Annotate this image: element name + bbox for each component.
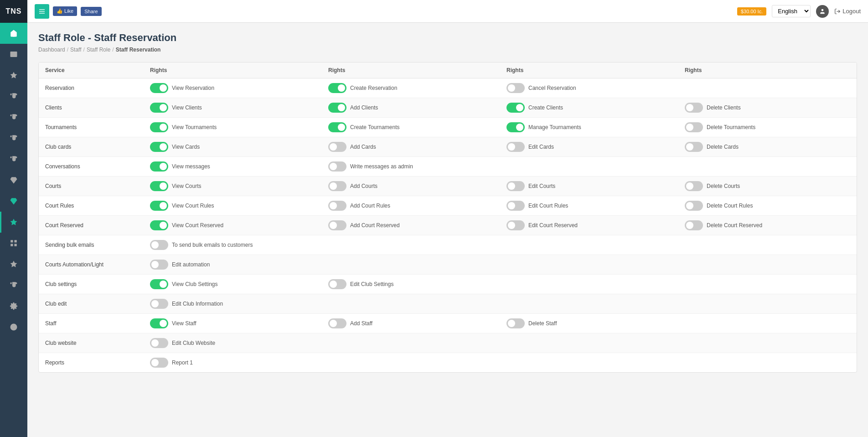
toggle-10-1[interactable] — [328, 279, 346, 289]
toggle-8-0[interactable] — [150, 240, 168, 250]
toggle-3-0[interactable] — [150, 142, 168, 152]
rights-cell-12-3 — [678, 314, 857, 333]
rights-cell-11-2 — [500, 294, 678, 314]
facebook-share-button[interactable]: Share — [81, 7, 101, 16]
toggle-label-7-1: Add Court Reserved — [350, 222, 400, 229]
credit-badge[interactable]: $30.00 Ic. — [737, 7, 766, 16]
toggle-label-3-3: Delete Cards — [707, 144, 739, 150]
toggle-2-0[interactable] — [150, 122, 168, 132]
toggle-1-0[interactable] — [150, 103, 168, 113]
toggle-1-2[interactable] — [506, 103, 525, 113]
toggle-label-14-0: Report 1 — [172, 359, 193, 366]
toggle-4-0[interactable] — [150, 161, 168, 172]
toggle-item-7-3: Delete Court Reserved — [685, 220, 850, 230]
toggle-11-0[interactable] — [150, 299, 168, 309]
sidebar-item-diamond1[interactable] — [0, 170, 27, 191]
toggle-item-2-0: View Tournaments — [150, 122, 315, 132]
sidebar-item-home[interactable] — [0, 23, 27, 44]
toggle-item-11-0: Edit Club Information — [150, 299, 315, 309]
toggle-1-1[interactable] — [328, 103, 346, 113]
sidebar-item-diamond2[interactable] — [0, 191, 27, 212]
rights-cell-10-0: View Club Settings — [144, 275, 322, 294]
facebook-like-button[interactable]: 👍 Like — [53, 6, 77, 16]
toggle-5-1[interactable] — [328, 181, 346, 191]
toggle-label-8-0: To send bulk emails to customers — [172, 242, 253, 248]
toggle-5-0[interactable] — [150, 181, 168, 191]
toggle-label-2-2: Manage Tournaments — [528, 124, 581, 130]
toggle-9-0[interactable] — [150, 260, 168, 270]
toggle-4-1[interactable] — [328, 161, 346, 172]
rights-cell-12-0: View Staff — [144, 314, 322, 333]
sidebar-item-grid[interactable] — [0, 233, 27, 254]
svg-marker-10 — [10, 219, 17, 225]
sidebar-item-settings[interactable] — [0, 296, 27, 317]
service-cell: Reports — [39, 353, 144, 373]
toggle-2-3[interactable] — [685, 122, 703, 132]
toggle-item-7-0: View Court Reserved — [150, 220, 315, 230]
page-title: Staff Role - Staff Reservation — [38, 32, 857, 44]
rights-cell-4-1: Write messages as admin — [322, 157, 500, 177]
toggle-2-1[interactable] — [328, 122, 346, 132]
toggle-13-0[interactable] — [150, 338, 168, 348]
breadcrumb-staff[interactable]: Staff — [70, 47, 81, 53]
toggle-0-2[interactable] — [506, 83, 525, 93]
rights-cell-6-0: View Court Rules — [144, 196, 322, 216]
toggle-12-1[interactable] — [328, 318, 346, 328]
main-area: 👍 Like Share $30.00 Ic. English French S… — [27, 0, 868, 437]
toggle-7-2[interactable] — [506, 220, 525, 230]
toggle-7-3[interactable] — [685, 220, 703, 230]
toggle-12-2[interactable] — [506, 318, 525, 328]
sidebar-item-trophy4[interactable] — [0, 149, 27, 170]
toggle-label-7-0: View Court Reserved — [172, 222, 223, 229]
toggle-6-2[interactable] — [506, 201, 525, 211]
toggle-6-1[interactable] — [328, 201, 346, 211]
sidebar-item-trophy1[interactable] — [0, 86, 27, 107]
toggle-14-0[interactable] — [150, 358, 168, 368]
toggle-label-4-1: Write messages as admin — [350, 163, 413, 170]
sidebar-item-mail[interactable] — [0, 44, 27, 65]
language-selector[interactable]: English French Spanish — [772, 5, 811, 17]
toggle-0-0[interactable] — [150, 83, 168, 93]
toggle-label-4-0: View messages — [172, 163, 210, 170]
toggle-3-2[interactable] — [506, 142, 525, 152]
table-row: ConversationsView messagesWrite messages… — [39, 157, 857, 177]
rights-cell-14-0: Report 1 — [144, 353, 322, 373]
toggle-3-3[interactable] — [685, 142, 703, 152]
sidebar-item-trophy2[interactable] — [0, 107, 27, 128]
col-rights1: Rights — [144, 62, 322, 78]
toggle-item-0-2: Cancel Reservation — [506, 83, 672, 93]
rights-cell-13-3 — [678, 333, 857, 353]
toggle-1-3[interactable] — [685, 103, 703, 113]
sidebar-item-trophy5[interactable] — [0, 275, 27, 296]
toggle-label-5-2: Edit Courts — [528, 183, 555, 189]
toggle-label-1-3: Delete Clients — [707, 104, 741, 111]
breadcrumb-dashboard[interactable]: Dashboard — [38, 47, 65, 53]
toggle-3-1[interactable] — [328, 142, 346, 152]
hamburger-button[interactable] — [35, 4, 49, 19]
toggle-5-3[interactable] — [685, 181, 703, 191]
toggle-7-0[interactable] — [150, 220, 168, 230]
toggle-0-1[interactable] — [328, 83, 346, 93]
sidebar-item-star-active[interactable] — [0, 212, 27, 233]
toggle-item-5-0: View Courts — [150, 181, 315, 191]
sidebar-item-favorites[interactable] — [0, 65, 27, 86]
rights-cell-13-0: Edit Club Website — [144, 333, 322, 353]
logout-button[interactable]: Logout — [834, 8, 861, 15]
toggle-item-6-1: Add Court Rules — [328, 201, 494, 211]
toggle-6-3[interactable] — [685, 201, 703, 211]
toggle-6-0[interactable] — [150, 201, 168, 211]
toggle-2-2[interactable] — [506, 122, 525, 132]
sidebar-item-info[interactable] — [0, 317, 27, 338]
sidebar-item-chart[interactable] — [0, 338, 27, 359]
toggle-5-2[interactable] — [506, 181, 525, 191]
breadcrumb-staff-role[interactable]: Staff Role — [87, 47, 110, 53]
toggle-12-0[interactable] — [150, 318, 168, 328]
toggle-item-3-1: Add Cards — [328, 142, 494, 152]
sidebar-item-trophy3[interactable] — [0, 128, 27, 149]
sidebar-item-star2[interactable] — [0, 254, 27, 275]
service-cell: Club edit — [39, 294, 144, 314]
toggle-item-14-0: Report 1 — [150, 358, 315, 368]
toggle-label-1-2: Create Clients — [528, 104, 563, 111]
toggle-10-0[interactable] — [150, 279, 168, 289]
toggle-7-1[interactable] — [328, 220, 346, 230]
